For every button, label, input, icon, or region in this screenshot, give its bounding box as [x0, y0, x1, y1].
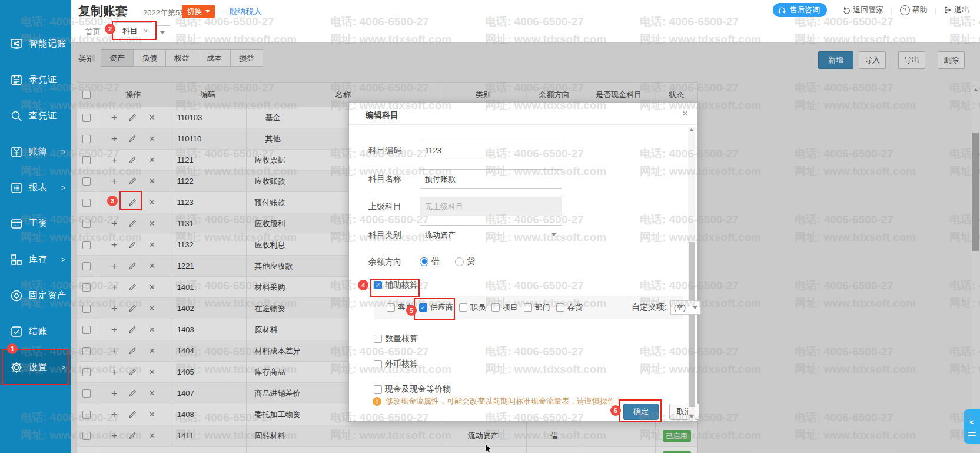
row-checkbox[interactable] [82, 411, 91, 419]
delete-x-icon[interactable]: ✕ [149, 113, 155, 122]
sidebar-item-smart-accounting[interactable]: 智能记账 [0, 26, 71, 62]
category-tab-pnl[interactable]: 损益 [230, 49, 263, 67]
scroll-up-arrow-icon[interactable] [974, 88, 978, 91]
add-child-icon[interactable]: + [111, 239, 117, 251]
delete-x-icon[interactable]: ✕ [149, 240, 155, 249]
add-child-icon[interactable]: + [111, 260, 117, 272]
delete-x-icon[interactable]: ✕ [149, 410, 155, 419]
row-checkbox[interactable] [82, 326, 91, 334]
sidebar-item-voucher-search[interactable]: 查凭证 [0, 98, 71, 134]
aux-option-checkbox[interactable] [459, 303, 467, 312]
row-checkbox[interactable] [82, 199, 91, 207]
edit-pencil-icon[interactable] [129, 389, 137, 397]
add-child-icon[interactable]: + [111, 366, 117, 378]
sidebar-item-payroll[interactable]: 工资 [0, 206, 71, 242]
delete-x-icon[interactable]: ✕ [149, 283, 155, 292]
help-link[interactable]: ? 帮助 [900, 5, 928, 15]
delete-x-icon[interactable]: ✕ [149, 431, 155, 440]
delete-x-icon[interactable]: ✕ [149, 156, 155, 164]
add-child-icon[interactable]: + [111, 112, 117, 124]
edit-pencil-icon[interactable] [129, 156, 137, 164]
edit-pencil-icon[interactable] [129, 135, 137, 143]
page-scrollbar[interactable] [971, 81, 980, 453]
aux-option-checkbox[interactable] [556, 303, 564, 312]
add-child-icon[interactable]: + [111, 133, 117, 145]
back-to-manager-link[interactable]: 返回管家 [842, 5, 883, 15]
aux-option-checkbox[interactable] [419, 303, 427, 312]
add-child-icon[interactable]: + [111, 388, 117, 399]
modal-scrollbar[interactable] [688, 127, 695, 420]
floating-service-widget[interactable]: < [964, 409, 980, 444]
edit-pencil-icon[interactable] [129, 114, 137, 121]
delete-x-icon[interactable]: ✕ [149, 325, 155, 334]
add-child-icon[interactable]: + [111, 282, 117, 293]
cancel-button[interactable]: 取消 [669, 404, 700, 420]
tab-dropdown-button[interactable] [155, 25, 170, 39]
add-button[interactable]: 新增 [818, 51, 853, 69]
aux-option-checkbox[interactable] [491, 303, 500, 312]
export-button[interactable]: 导出 [898, 51, 925, 69]
subject-code-input[interactable] [420, 141, 562, 160]
edit-pencil-icon[interactable] [129, 411, 137, 418]
modal-close-icon[interactable]: × [682, 108, 688, 120]
add-child-icon[interactable]: + [111, 345, 117, 357]
add-child-icon[interactable]: + [111, 409, 117, 421]
after-sales-service-button[interactable]: 售后咨询 [773, 3, 827, 17]
add-child-icon[interactable]: + [111, 451, 117, 453]
credit-radio[interactable] [455, 257, 464, 266]
scroll-down-arrow-icon[interactable] [689, 415, 694, 418]
quantity-accounting-checkbox[interactable] [374, 335, 382, 343]
edit-pencil-icon[interactable] [129, 220, 137, 227]
sidebar-item-account-books[interactable]: 账簿 > [0, 134, 71, 170]
delete-x-icon[interactable]: ✕ [149, 346, 155, 355]
cash-equivalents-checkbox[interactable] [374, 385, 382, 394]
row-checkbox[interactable] [82, 368, 91, 376]
aux-option-checkbox[interactable] [387, 303, 395, 312]
category-tab-equity[interactable]: 权益 [165, 49, 198, 67]
add-child-icon[interactable]: + [111, 197, 117, 209]
delete-x-icon[interactable]: ✕ [149, 198, 155, 207]
row-checkbox[interactable] [82, 156, 91, 164]
edit-pencil-icon[interactable] [129, 199, 137, 206]
edit-pencil-icon[interactable] [129, 262, 137, 270]
foreign-currency-checkbox[interactable] [374, 360, 382, 368]
row-checkbox[interactable] [82, 389, 91, 398]
category-tab-cost[interactable]: 成本 [198, 49, 231, 67]
sidebar-item-voucher-entry[interactable]: 录凭证 [0, 62, 71, 98]
edit-pencil-icon[interactable] [129, 305, 137, 312]
custom-item-select[interactable]: (空) [670, 300, 701, 315]
edit-pencil-icon[interactable] [129, 368, 137, 376]
delete-x-icon[interactable]: ✕ [149, 368, 155, 376]
select-all-checkbox[interactable] [82, 91, 91, 99]
delete-x-icon[interactable]: ✕ [149, 177, 155, 186]
add-child-icon[interactable]: + [111, 176, 117, 187]
sidebar-item-fixed-assets[interactable]: 固定资产 [0, 277, 71, 313]
subject-name-input[interactable] [420, 169, 562, 189]
edit-pencil-icon[interactable] [129, 241, 137, 249]
add-child-icon[interactable]: + [111, 324, 117, 336]
row-checkbox[interactable] [82, 432, 91, 440]
aux-accounting-checkbox[interactable] [374, 281, 382, 289]
row-checkbox[interactable] [82, 241, 91, 249]
row-checkbox[interactable] [82, 347, 91, 355]
category-tab-assets[interactable]: 资产 [101, 49, 134, 67]
delete-x-icon[interactable]: ✕ [149, 262, 155, 270]
tab-home[interactable]: 首页 [85, 27, 101, 37]
sidebar-item-reports[interactable]: 报表 > [0, 170, 71, 206]
confirm-button[interactable]: 确定 [623, 404, 659, 420]
add-child-icon[interactable]: + [111, 430, 117, 442]
sidebar-item-inventory[interactable]: 库存 > [0, 242, 71, 277]
taxpayer-type-link[interactable]: 一般纳税人 [221, 6, 262, 17]
row-checkbox[interactable] [82, 220, 91, 228]
switch-account-button[interactable]: 切换 [182, 5, 215, 18]
tab-subjects[interactable]: 科目 × [114, 22, 152, 39]
close-icon[interactable]: × [144, 27, 148, 35]
add-child-icon[interactable]: + [111, 218, 117, 230]
edit-pencil-icon[interactable] [129, 283, 137, 291]
row-checkbox[interactable] [82, 305, 91, 313]
category-tab-liabilities[interactable]: 负债 [133, 49, 166, 67]
edit-pencil-icon[interactable] [129, 326, 137, 333]
row-checkbox[interactable] [82, 135, 91, 143]
delete-x-icon[interactable]: ✕ [149, 304, 155, 313]
edit-pencil-icon[interactable] [129, 347, 137, 355]
